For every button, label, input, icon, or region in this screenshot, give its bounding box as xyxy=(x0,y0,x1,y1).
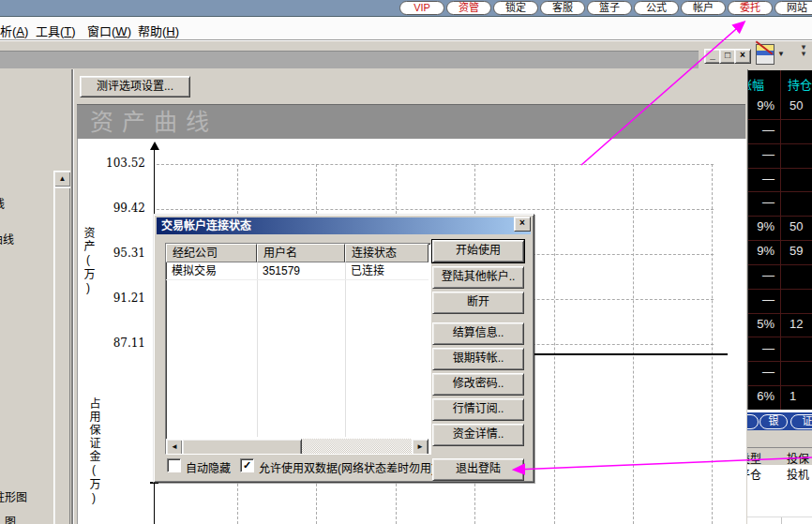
market-row: — xyxy=(748,119,812,144)
market-row: 9%59 xyxy=(748,240,812,265)
chart-title: 资产曲线 xyxy=(77,104,745,139)
position-row-empty xyxy=(747,492,812,505)
quick-access-bar: VIP资管锁定客服篮子公式帐户委托网站 xyxy=(0,0,812,17)
checkbox-0[interactable] xyxy=(167,458,181,472)
list-header-1[interactable]: 用户名 xyxy=(257,244,345,262)
bottom-tab-证[interactable]: 证 xyxy=(790,414,812,429)
quick-button-VIP[interactable]: VIP xyxy=(399,1,444,15)
market-header-position: 持仓 xyxy=(788,75,812,93)
quick-button-公式[interactable]: 公式 xyxy=(634,1,679,15)
quick-button-网站[interactable]: 网站 xyxy=(774,1,812,15)
list-column-separator xyxy=(257,262,258,437)
scroll-left-icon[interactable]: ◄ xyxy=(166,439,183,455)
market-change-value: — xyxy=(748,341,774,355)
list-cell[interactable]: 已连接 xyxy=(345,262,431,279)
list-header-2[interactable]: 连接状态 xyxy=(345,244,429,262)
market-row: 6%1 xyxy=(748,385,812,410)
market-row: — xyxy=(748,289,812,314)
bottom-tab-clipped[interactable] xyxy=(747,414,759,429)
market-change-value: 9% xyxy=(748,244,774,258)
market-change-value: 6% xyxy=(748,389,774,403)
quick-tab-bar: 银证 xyxy=(747,412,812,430)
market-row: — xyxy=(748,337,812,363)
axis-arrow-icon xyxy=(150,142,159,150)
dialog-button-2[interactable]: 断开 xyxy=(432,292,524,314)
dialog-button-4[interactable]: 银期转帐.. xyxy=(432,348,524,370)
dialog-close-icon[interactable]: × xyxy=(514,217,531,232)
quick-button-委托[interactable]: 委托 xyxy=(728,1,773,15)
collapse-panel-icon[interactable]: ▾▾ xyxy=(798,44,809,57)
dialog-button-8[interactable]: 退出登陆 xyxy=(432,458,524,481)
dialog-title-bar[interactable]: 交易帐户连接状态 xyxy=(157,217,531,234)
gray-gap xyxy=(747,430,812,447)
market-row: — xyxy=(748,168,812,193)
quick-button-锁定[interactable]: 锁定 xyxy=(493,1,538,15)
chevron-down-icon[interactable]: ▼ xyxy=(777,50,785,58)
checkbox-1[interactable]: ✓ xyxy=(240,458,254,472)
market-change-value: — xyxy=(748,195,774,209)
market-quote-table: 涨幅持仓9%50————9%509%59——5%12——6%1 xyxy=(747,70,812,410)
scroll-up-icon[interactable]: ▲ xyxy=(53,171,70,187)
market-row: — xyxy=(748,191,812,217)
menu-item-0[interactable]: 分析(A) xyxy=(0,22,28,39)
list-item-fragment[interactable]: 图 xyxy=(5,513,16,524)
dialog-button-7[interactable]: 资金详情.. xyxy=(432,424,524,446)
market-change-value: — xyxy=(748,292,774,307)
list-item-fragment[interactable]: 线 xyxy=(0,195,5,211)
chart-tool-icon[interactable] xyxy=(756,44,774,65)
vertical-scrollbar[interactable]: ▲ xyxy=(53,171,69,524)
quick-button-客服[interactable]: 客服 xyxy=(540,1,585,15)
list-column-separator xyxy=(345,262,346,437)
list-cell[interactable]: 模拟交易 xyxy=(166,262,263,279)
panel-divider xyxy=(71,69,74,524)
quick-button-篮子[interactable]: 篮子 xyxy=(587,1,632,15)
dialog-button-0[interactable]: 开始使用 xyxy=(432,240,524,262)
scroll-right-icon[interactable]: ► xyxy=(412,439,429,455)
position-table-header: 类型投保 xyxy=(747,448,812,466)
market-position-value: 50 xyxy=(789,98,803,112)
scrollbar-thumb[interactable] xyxy=(53,187,70,524)
quick-button-帐户[interactable]: 帐户 xyxy=(681,1,726,15)
scrollbar-thumb[interactable] xyxy=(182,439,302,455)
y-tick-label: 95.31 xyxy=(85,247,145,260)
market-change-value: — xyxy=(748,365,774,379)
dialog-button-5[interactable]: 修改密码.. xyxy=(432,373,524,396)
market-change-value: 9% xyxy=(748,98,774,112)
dialog-button-3[interactable]: 结算信息.. xyxy=(432,322,524,345)
bottom-tab-银[interactable]: 银 xyxy=(759,414,788,429)
market-change-value: — xyxy=(748,147,774,161)
header-type: 类型 xyxy=(747,450,761,466)
market-change-value: 9% xyxy=(748,219,774,233)
y2-axis-label: 占用保证金(万) xyxy=(86,397,102,506)
account-list[interactable]: ◄ ► 经纪公司用户名连接状态模拟交易351579已连接 xyxy=(165,243,431,455)
grid-hline xyxy=(157,164,714,165)
list-row-line xyxy=(166,279,429,280)
market-change-value: — xyxy=(748,268,774,282)
market-change-value: 5% xyxy=(748,317,774,331)
y-tick-label: 87.11 xyxy=(85,337,145,350)
list-header-0[interactable]: 经纪公司 xyxy=(166,244,257,262)
dialog-button-1[interactable]: 登陆其他帐户.. xyxy=(432,266,524,289)
list-cell[interactable]: 351579 xyxy=(257,262,351,279)
evaluation-options-button[interactable]: 测评选项设置... xyxy=(80,76,190,97)
market-row: 5%12 xyxy=(748,313,812,338)
list-item-fragment[interactable]: 柱形图 xyxy=(0,488,27,504)
y-axis-label: 资产(万) xyxy=(81,227,97,296)
position-table: 类型投保平仓投机 xyxy=(747,447,812,524)
market-row: — xyxy=(748,361,812,386)
menu-item-2[interactable]: 窗口(W) xyxy=(87,22,131,39)
horizontal-scrollbar[interactable]: ◄ ► xyxy=(166,439,429,454)
menu-item-3[interactable]: 帮助(H) xyxy=(138,22,179,39)
market-change-value: — xyxy=(748,123,774,137)
list-item-fragment[interactable]: 曲线 xyxy=(0,231,14,247)
quick-button-资管[interactable]: 资管 xyxy=(446,1,491,15)
position-row-empty xyxy=(747,504,812,517)
close-button[interactable]: × xyxy=(734,49,751,64)
dialog-button-6[interactable]: 行情订阅.. xyxy=(432,398,524,421)
market-change-value: — xyxy=(748,172,774,186)
y-tick-label: 91.21 xyxy=(85,292,145,305)
menu-item-1[interactable]: 工具(T) xyxy=(36,22,76,39)
position-row-empty xyxy=(747,480,812,493)
market-row: — xyxy=(748,143,812,169)
connection-status-dialog: 交易帐户连接状态 × ◄ ► 经纪公司用户名连接状态模拟交易351579已连接 … xyxy=(153,214,534,483)
